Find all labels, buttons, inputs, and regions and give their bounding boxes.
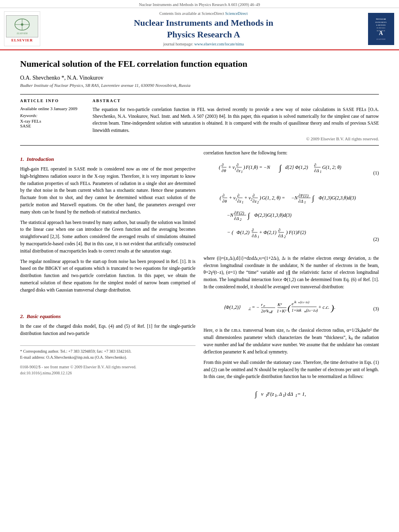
- main-content: Numerical solution of the FEL correlatio…: [0, 50, 399, 417]
- intro-para-3: The regular nonlinear approach to the st…: [20, 258, 195, 294]
- abstract-panel: ABSTRACT The equation for two-particle c…: [93, 99, 379, 141]
- svg-text:F(z: F(z: [267, 391, 274, 397]
- journal-url[interactable]: www.elsevier.com/locate/nima: [194, 42, 244, 46]
- svg-text:1: 1: [320, 170, 322, 174]
- elsevier-logo-image: ELSEVIER: [6, 15, 38, 37]
- svg-text:Φ(2,3)G(1,3,θ)d(3): Φ(2,3)G(1,3,θ)d(3): [254, 212, 292, 218]
- svg-text:1: 1: [235, 197, 237, 201]
- svg-text:2: 2: [257, 200, 259, 204]
- abstract-text: The equation for two-particle correlatio…: [93, 106, 379, 134]
- eq4-content: ∫ ν 1 F(z 1 , Δ 1 ) dΔ 1 = 1,: [204, 384, 379, 405]
- svg-text:∂F(1): ∂F(1): [298, 193, 309, 198]
- svg-text:F(1)F(2): F(1)F(2): [288, 230, 306, 235]
- svg-text:∂Δ: ∂Δ: [278, 233, 283, 238]
- svg-text:+ c.c.: + c.c.: [318, 304, 329, 310]
- svg-text:NUCLEAR: NUCLEAR: [376, 18, 386, 20]
- eq2-content: ( ∂ ∂θ + ν 1 ∂ ∂z 1 + ν 2 ∂: [204, 191, 367, 249]
- svg-text:∫: ∫: [247, 212, 250, 220]
- svg-text:+ ν: + ν: [244, 195, 251, 201]
- svg-text:∂: ∂: [237, 193, 239, 198]
- svg-text:ν: ν: [261, 391, 263, 397]
- contents-line: Contents lists available at ScienceDirec…: [44, 11, 363, 16]
- journal-citation: Nuclear Instruments and Methods in Physi…: [139, 2, 260, 7]
- equation-3: ⟨Φ(1,2)⟩ ⊥ = − r e 2σ²k w γ K²: [204, 295, 379, 323]
- svg-text:): ): [243, 164, 245, 170]
- svg-text:ik: ik: [294, 300, 296, 304]
- top-bar: Nuclear Instruments and Methods in Physi…: [0, 0, 399, 8]
- divider-1: [20, 94, 379, 94]
- svg-text:⟨Φ(1,2)⟩: ⟨Φ(1,2)⟩: [224, 304, 241, 310]
- footnote-area: * Corresponding author. Tel.: +7 383 329…: [20, 345, 195, 361]
- intro-para-1: High-gain FEL operated in SASE mode is c…: [20, 166, 195, 216]
- svg-text:∂: ∂: [314, 162, 316, 167]
- left-column: 1. Introduction High-gain FEL operated i…: [20, 150, 195, 409]
- available-online: Available online 3 January 2009: [20, 106, 84, 111]
- svg-text:.: .: [334, 304, 335, 310]
- svg-text:1+iαk: 1+iαk: [292, 308, 302, 312]
- here-text: Here, σ is the r.m.s. transversal beam s…: [204, 327, 379, 355]
- basic-eq-para: In the case of the charged disks model, …: [20, 323, 195, 337]
- svg-text:1+K²: 1+K²: [277, 308, 286, 313]
- svg-text:∂Δ: ∂Δ: [298, 199, 303, 203]
- article-title: Numerical solution of the FEL correlatio…: [20, 58, 379, 70]
- svg-text:1: 1: [234, 167, 237, 171]
- body-columns: 1. Introduction High-gain FEL operated i…: [20, 150, 379, 409]
- svg-text:1: 1: [257, 235, 259, 239]
- svg-text:ELSEVIER: ELSEVIER: [16, 32, 28, 35]
- svg-text:): ): [286, 229, 288, 235]
- svg-text:Φ(1,3)G(2,3,θ)d(3): Φ(1,3)G(2,3,θ)d(3): [319, 195, 356, 201]
- journal-thumb-box: NUCLEAR INSTRUMENTS & METHODS IN PHYSICS…: [368, 13, 394, 45]
- svg-text:∂θ: ∂θ: [222, 199, 227, 203]
- svg-text:2σ²k: 2σ²k: [261, 308, 269, 313]
- sciencedirect-link[interactable]: ScienceDirect: [225, 11, 248, 16]
- authors: O.A. Shevchenko *, N.A. Vinokurov: [20, 75, 379, 81]
- elsevier-text: ELSEVIER: [11, 38, 33, 42]
- svg-text:+ ν: + ν: [228, 164, 235, 170]
- svg-text:1: 1: [304, 200, 306, 204]
- svg-text:G(1, 2, θ) =: G(1, 2, θ) =: [262, 195, 285, 201]
- journal-homepage: journal homepage: www.elsevier.com/locat…: [44, 42, 363, 46]
- where-text: where (i)=(zᵢ,Δᵢ),d{i}=dzᵢdΔᵢ,νᵢ=(1+2Δᵢ)…: [204, 255, 379, 291]
- keywords-label: Keywords:: [20, 113, 84, 118]
- right-intro: correlation function have the following …: [204, 150, 379, 157]
- svg-text:−N: −N: [227, 212, 234, 218]
- equation-4: ∫ ν 1 F(z 1 , Δ 1 ) dΔ 1 = 1,: [204, 384, 379, 405]
- svg-text:(z₁−z₂): (z₁−z₂): [300, 300, 309, 304]
- eq1-number: (1): [367, 169, 379, 177]
- svg-text:1: 1: [242, 200, 244, 204]
- eq3-number: (3): [367, 305, 379, 313]
- svg-text:INSTRUMENTS: INSTRUMENTS: [375, 21, 386, 23]
- svg-text:γ: γ: [271, 308, 273, 313]
- svg-text:(: (: [219, 164, 221, 170]
- svg-text:∫: ∫: [255, 390, 257, 398]
- svg-text:, Δ: , Δ: [276, 391, 282, 397]
- svg-text:(: (: [220, 195, 222, 201]
- svg-text:∂: ∂: [237, 162, 239, 167]
- svg-text:& METHODS: & METHODS: [376, 24, 385, 26]
- equation-1: ( ∂ ∂θ + ν 1 ∂ ∂z 1: [204, 161, 379, 185]
- svg-text:(z₁−z₂): (z₁−z₂): [306, 308, 318, 313]
- right-column: correlation function have the following …: [204, 150, 379, 409]
- svg-text:∂Δ: ∂Δ: [234, 216, 239, 221]
- svg-text:(: (: [288, 303, 291, 313]
- svg-text:d{2} Φ(1,2): d{2} Φ(1,2): [285, 164, 308, 170]
- svg-text:F(1,θ) = −N: F(1,θ) = −N: [245, 164, 270, 170]
- article-info-panel: ARTICLE INFO Available online 3 January …: [20, 99, 84, 141]
- eq3-content: ⟨Φ(1,2)⟩ ⊥ = − r e 2σ²k w γ K²: [204, 295, 367, 323]
- affiliation: Budker Institute of Nuclear Physics, SB …: [20, 83, 379, 88]
- svg-text:∂z: ∂z: [253, 199, 257, 203]
- svg-text:+ ν: + ν: [229, 195, 236, 201]
- svg-text:IN PHYSICS: IN PHYSICS: [376, 27, 385, 29]
- article-info-abstract: ARTICLE INFO Available online 3 January …: [20, 99, 379, 141]
- svg-text:∂z: ∂z: [237, 199, 241, 203]
- svg-text:2: 2: [284, 235, 286, 239]
- article-info-heading: ARTICLE INFO: [20, 99, 84, 103]
- svg-text:Φ(1,2): Φ(1,2): [237, 230, 249, 235]
- eq2-number: (2): [367, 236, 379, 243]
- keyword-sase: SASE: [20, 123, 84, 128]
- svg-text:∂: ∂: [222, 162, 224, 167]
- svg-text:= 1,: = 1,: [297, 391, 306, 397]
- footnote-email: E-mail address: O.A.Shevchenko@inp.nsk.s…: [20, 354, 195, 361]
- journal-center: Contents lists available at ScienceDirec…: [44, 11, 363, 46]
- svg-text:e: e: [292, 301, 294, 306]
